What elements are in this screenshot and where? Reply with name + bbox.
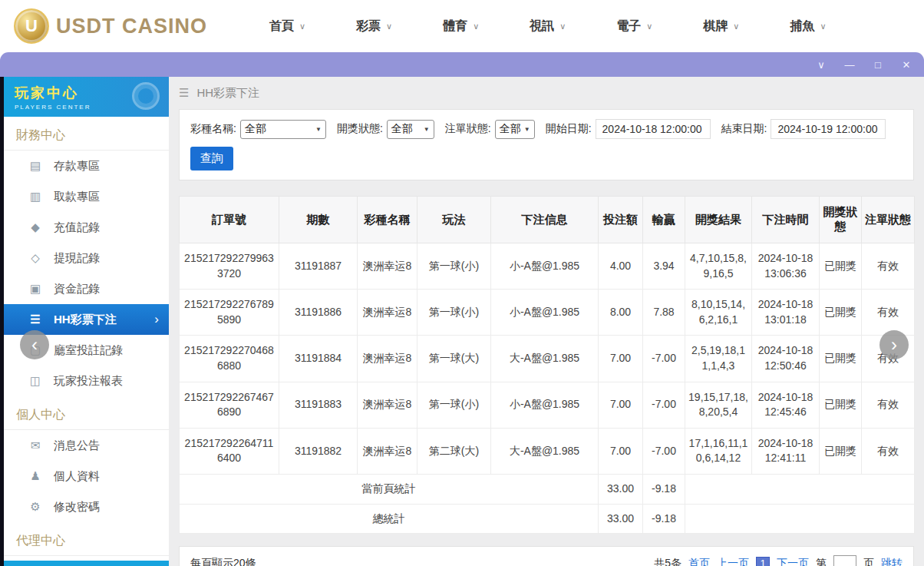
draw-status-select[interactable]: 全部 ▼ xyxy=(387,120,434,139)
summary-row-page: 當前頁統計 33.00 -9.18 xyxy=(180,474,915,504)
sidebar-item-deposit[interactable]: ▤ 存款專區 xyxy=(4,151,169,181)
window-close-icon[interactable]: ✕ xyxy=(900,60,912,70)
gear-icon: ⚙ xyxy=(27,500,44,514)
sidebar-item-withdrawal-record[interactable]: ◇ 提現記錄 xyxy=(4,243,169,273)
jump-link[interactable]: 跳转 xyxy=(881,557,903,566)
cell-winloss: -7.00 xyxy=(643,382,685,428)
col-header-bet-info: 下注信息 xyxy=(491,197,599,243)
sidebar-item-funds-record[interactable]: ▣ 資金記錄 xyxy=(4,273,169,304)
current-page-indicator[interactable]: 1 xyxy=(756,557,770,566)
page-size-text: 每頁顯示20條 xyxy=(190,557,256,566)
end-date-label: 結束日期: xyxy=(721,122,767,136)
sidebar-item-withdraw[interactable]: ▥ 取款專區 xyxy=(4,181,169,212)
cell-lottery: 澳洲幸运8 xyxy=(358,428,417,474)
nav-item-label: 視訊 xyxy=(530,18,554,35)
cell-lottery: 澳洲幸运8 xyxy=(358,243,417,290)
cell-period: 31191886 xyxy=(279,290,358,336)
summary-empty xyxy=(685,474,915,504)
summary-amount: 33.00 xyxy=(599,504,643,534)
cell-time: 2024-10-18 12:41:11 xyxy=(752,428,820,474)
breadcrumb: ☰ HH彩票下注 xyxy=(179,77,914,109)
end-date-input[interactable] xyxy=(771,119,886,139)
nav-item-label: 彩票 xyxy=(356,18,381,35)
chevron-down-icon: ∨ xyxy=(733,22,739,31)
cell-bet-info: 小-A盤@1.985 xyxy=(491,382,599,428)
filter-panel: 彩種名稱: 全部 ▼ 開獎狀態: 全部 ▼ 注單狀態: 全部 ▼ 開始日期: 結… xyxy=(179,109,914,180)
nav-item-lottery[interactable]: 彩票 ∨ xyxy=(331,18,417,35)
sidebar-item-label: 修改密碼 xyxy=(54,500,100,515)
carousel-right-arrow[interactable]: › xyxy=(879,330,909,359)
cell-time: 2024-10-18 13:06:36 xyxy=(752,243,820,290)
sidebar-item-label: 取款專區 xyxy=(54,190,100,204)
start-date-input[interactable] xyxy=(596,119,711,139)
cell-result: 19,15,17,18,8,20,5,4 xyxy=(685,382,752,428)
nav-item-sports[interactable]: 體育 ∨ xyxy=(417,18,504,35)
sidebar-item-recharge-record[interactable]: ◆ 充值記錄 xyxy=(4,212,169,243)
table-row: 2152172922767895890 31191886 澳洲幸运8 第一球(小… xyxy=(180,290,915,336)
page-jump-input[interactable] xyxy=(833,555,856,566)
sidebar-item-announcements[interactable]: ✉ 消息公告 xyxy=(4,430,169,461)
nav-item-label: 棋牌 xyxy=(703,18,728,35)
nav-item-electronic[interactable]: 電子 ∨ xyxy=(591,18,678,35)
cell-amount: 8.00 xyxy=(599,290,643,336)
cell-order-status: 有效 xyxy=(862,428,915,474)
nav-item-fishing[interactable]: 捕魚 ∨ xyxy=(764,18,851,35)
cell-order: 2152172922674676890 xyxy=(180,382,279,428)
cell-play: 第一球(小) xyxy=(417,382,491,428)
brand-logo[interactable]: U USDT CASINO xyxy=(14,8,207,44)
cell-draw-status: 已開獎 xyxy=(820,243,862,290)
search-button[interactable]: 查詢 xyxy=(190,147,233,170)
sidebar-item-hh-lottery-bet[interactable]: ☰ HH彩票下注 › xyxy=(4,304,169,335)
nav-item-home[interactable]: 首頁 ∨ xyxy=(244,18,331,35)
cell-play: 第二球(大) xyxy=(417,428,491,474)
col-header-lottery: 彩種名稱 xyxy=(358,197,417,243)
withdraw-icon: ▥ xyxy=(27,190,44,204)
lottery-name-select[interactable]: 全部 ▼ xyxy=(240,120,326,139)
order-status-select[interactable]: 全部 ▼ xyxy=(495,120,535,139)
select-arrow-icon: ▼ xyxy=(315,126,322,133)
sidebar-item-profile[interactable]: ♟ 個人資料 xyxy=(4,461,169,492)
funds-record-icon: ▣ xyxy=(27,282,44,296)
prev-page-link[interactable]: 上一页 xyxy=(717,557,749,566)
chevron-right-icon: › xyxy=(154,312,159,327)
carousel-left-arrow[interactable]: ‹ xyxy=(20,330,49,359)
chevron-down-icon: ∨ xyxy=(386,22,392,31)
first-page-link[interactable]: 首页 xyxy=(688,557,710,566)
sidebar-item-label: 提現記錄 xyxy=(54,251,100,266)
recharge-record-icon: ◆ xyxy=(27,220,44,234)
window-maximize-icon[interactable]: □ xyxy=(872,60,884,70)
cell-result: 2,5,19,18,11,1,4,3 xyxy=(685,336,752,382)
col-header-order-status: 注單狀態 xyxy=(862,197,915,243)
window-collapse-icon[interactable]: ∨ xyxy=(815,60,827,70)
player-bet-report-icon: ◫ xyxy=(27,374,44,388)
person-icon: ♟ xyxy=(27,469,44,483)
window-minimize-icon[interactable]: — xyxy=(843,60,856,70)
cell-draw-status: 已開獎 xyxy=(820,428,862,474)
cell-amount: 7.00 xyxy=(599,336,643,382)
cell-order: 2152172922647116400 xyxy=(180,428,279,474)
col-header-amount: 投注額 xyxy=(599,197,643,243)
next-page-link[interactable]: 下一页 xyxy=(777,557,809,566)
sidebar-item-player-bet-report[interactable]: ◫ 玩家投注報表 xyxy=(4,366,169,396)
table-header-row: 訂單號 期數 彩種名稱 玩法 下注信息 投注額 輸贏 開獎結果 下注時間 開獎狀… xyxy=(180,197,915,243)
chevron-down-icon: ∨ xyxy=(299,22,305,31)
cell-time: 2024-10-18 13:01:18 xyxy=(752,290,820,336)
sidebar-item-label: 廳室投註記錄 xyxy=(54,343,123,358)
nav-item-label: 電子 xyxy=(616,18,641,35)
cell-amount: 7.00 xyxy=(599,428,643,474)
cell-result: 4,7,10,15,8,9,16,5 xyxy=(685,243,752,290)
chevron-down-icon: ∨ xyxy=(820,22,826,31)
total-count-text: 共5条 xyxy=(654,557,681,566)
cell-play: 第一球(大) xyxy=(417,336,491,382)
sidebar-item-change-password[interactable]: ⚙ 修改密碼 xyxy=(4,492,169,522)
summary-label: 總統計 xyxy=(180,504,599,534)
arrow-left-icon: ‹ xyxy=(31,334,38,356)
nav-item-board-games[interactable]: 棋牌 ∨ xyxy=(678,18,764,35)
hamburger-icon[interactable]: ☰ xyxy=(179,86,189,100)
table-row: 2152172922647116400 31191882 澳洲幸运8 第二球(大… xyxy=(180,428,915,474)
lottery-bet-icon: ☰ xyxy=(27,313,44,326)
nav-item-video[interactable]: 視訊 ∨ xyxy=(504,18,591,35)
col-header-order: 訂單號 xyxy=(180,197,279,243)
window-titlebar: ∨ — □ ✕ xyxy=(0,52,924,77)
cell-bet-info: 小-A盤@1.985 xyxy=(491,243,599,290)
